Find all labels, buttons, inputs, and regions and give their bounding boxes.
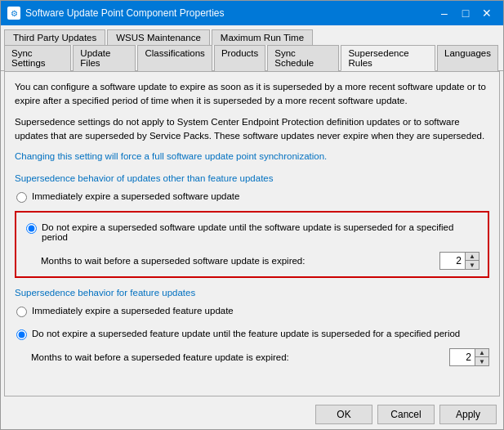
paragraph-2: Supersedence settings do not apply to Sy…	[15, 115, 489, 144]
main-window: ⚙ Software Update Point Component Proper…	[0, 0, 504, 430]
window-icon: ⚙	[7, 7, 20, 20]
spinbox-row-1: Months to wait before a superseded softw…	[25, 252, 479, 270]
tab-container: Third Party Updates WSUS Maintenance Max…	[1, 25, 503, 71]
tab-products[interactable]: Products	[214, 45, 265, 71]
radio-1-label: Immediately expire a superseded software…	[32, 191, 239, 201]
title-bar: ⚙ Software Update Point Component Proper…	[1, 1, 503, 25]
tab-row-1: Third Party Updates WSUS Maintenance Max…	[1, 25, 503, 44]
spinbox-2-down[interactable]: ▼	[475, 357, 488, 365]
radio-immediately-expire[interactable]	[16, 192, 27, 203]
tab-third-party-updates[interactable]: Third Party Updates	[4, 29, 105, 45]
minimize-button[interactable]: –	[435, 5, 454, 21]
spinbox-1-input[interactable]: 2	[440, 253, 465, 269]
spinbox-2-input[interactable]: 2	[450, 349, 475, 365]
spinbox-row-2: Months to wait before a superseded featu…	[15, 348, 489, 366]
spinbox-1-buttons: ▲ ▼	[465, 253, 479, 269]
tab-languages[interactable]: Languages	[437, 45, 498, 71]
spinbox-2-buttons: ▲ ▼	[475, 349, 488, 365]
tab-sync-schedule[interactable]: Sync Schedule	[267, 45, 339, 71]
close-button[interactable]: ✕	[477, 5, 497, 21]
spinbox-1-down[interactable]: ▼	[466, 261, 479, 269]
tab-maximum-run-time[interactable]: Maximum Run Time	[212, 29, 313, 45]
tab-row-2: Sync Settings Update Files Classificatio…	[1, 44, 503, 71]
cancel-button[interactable]: Cancel	[377, 405, 435, 424]
section-1-label: Supersedence behavior of updates other t…	[15, 173, 489, 183]
tab-update-files[interactable]: Update Files	[73, 45, 136, 71]
radio-option-3: Immediately expire a superseded feature …	[15, 302, 489, 320]
spinbox-2-label: Months to wait before a superseded featu…	[31, 352, 289, 362]
radio-immediately-expire-feature[interactable]	[16, 307, 27, 317]
paragraph-3: Changing this setting will force a full …	[15, 150, 489, 163]
spinbox-1-up[interactable]: ▲	[466, 253, 479, 261]
highlighted-section: Do not expire a superseded software upda…	[15, 211, 489, 278]
section-2-label: Supersedence behavior for feature update…	[15, 288, 489, 298]
spinbox-2: 2 ▲ ▼	[449, 348, 489, 366]
tab-sync-settings[interactable]: Sync Settings	[4, 45, 71, 71]
spinbox-2-up[interactable]: ▲	[475, 349, 488, 357]
bottom-buttons: OK Cancel Apply	[1, 400, 503, 429]
window-title: Software Update Point Component Properti…	[25, 7, 430, 19]
radio-option-1: Immediately expire a superseded software…	[15, 188, 489, 206]
radio-2-label: Do not expire a superseded software upda…	[42, 222, 478, 242]
paragraph-1: You can configure a software update to e…	[15, 80, 489, 109]
radio-4-label: Do not expire a superseded feature updat…	[32, 329, 460, 338]
radio-option-2: Do not expire a superseded software upda…	[25, 219, 479, 245]
tab-classifications[interactable]: Classifications	[137, 45, 212, 71]
radio-do-not-expire[interactable]	[26, 223, 37, 234]
radio-option-4: Do not expire a superseded feature updat…	[15, 325, 489, 343]
window-controls: – □ ✕	[435, 5, 497, 21]
radio-do-not-expire-feature[interactable]	[16, 329, 27, 340]
tab-wsus-maintenance[interactable]: WSUS Maintenance	[107, 29, 210, 45]
maximize-button[interactable]: □	[456, 5, 475, 21]
apply-button[interactable]: Apply	[439, 405, 497, 424]
content-area: You can configure a software update to e…	[4, 71, 500, 396]
spinbox-1-label: Months to wait before a superseded softw…	[41, 256, 305, 266]
tab-supersedence-rules[interactable]: Supersedence Rules	[341, 45, 435, 71]
spinbox-1: 2 ▲ ▼	[439, 252, 479, 270]
radio-3-label: Immediately expire a superseded feature …	[32, 306, 234, 316]
ok-button[interactable]: OK	[315, 405, 372, 424]
